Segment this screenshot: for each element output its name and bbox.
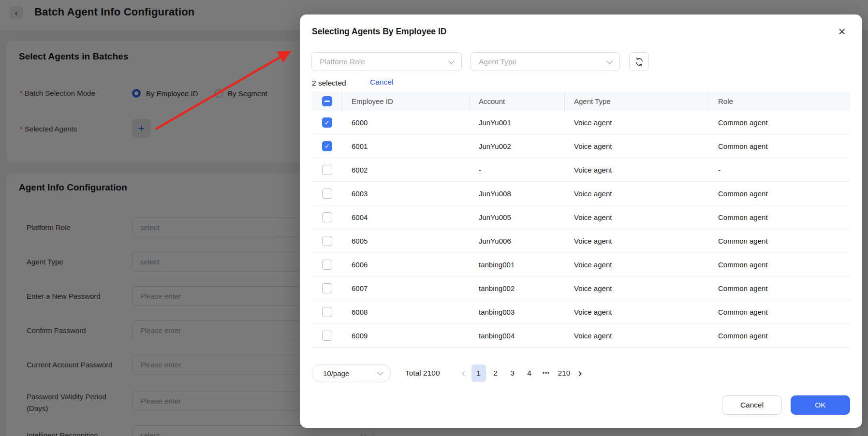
chevron-down-icon <box>448 58 455 64</box>
table-cell: Voice agent <box>565 308 708 316</box>
table-row: 6006tanbing001Voice agentCommon agent <box>312 253 850 276</box>
agents-table: Employee ID Account Agent Type Role ✓600… <box>312 92 850 348</box>
select-all-checkbox[interactable] <box>322 96 332 106</box>
table-cell: Common agent <box>708 308 850 316</box>
table-cell: Common agent <box>708 189 850 198</box>
table-cell: JunYu002 <box>470 142 565 150</box>
table-cell: JunYu008 <box>470 189 565 198</box>
row-checkbox[interactable]: ✓ <box>322 117 332 128</box>
table-cell: JunYu005 <box>470 213 565 221</box>
row-checkbox[interactable] <box>322 283 332 293</box>
row-checkbox[interactable] <box>322 212 332 222</box>
platform-role-placeholder: Platform Role <box>320 58 365 66</box>
table-cell: 6002 <box>342 166 470 174</box>
pager-next-icon[interactable]: › <box>574 364 585 382</box>
table-cell: Voice agent <box>565 332 708 340</box>
table-cell: 6005 <box>342 237 470 245</box>
table-cell: Common agent <box>708 142 850 150</box>
modal-title: Selecting Agents By Employee ID <box>312 27 446 37</box>
pager-page-4[interactable]: 4 <box>522 364 537 382</box>
close-button[interactable]: × <box>835 25 849 38</box>
table-cell: - <box>708 166 850 174</box>
row-checkbox[interactable] <box>322 331 332 341</box>
row-checkbox[interactable]: ✓ <box>322 141 332 151</box>
table-cell: Voice agent <box>565 142 708 150</box>
table-cell: tanbing004 <box>470 332 565 340</box>
indeterminate-icon <box>324 101 330 102</box>
table-cell: Common agent <box>708 284 850 292</box>
pager: ‹ 1234•••210 › <box>458 364 586 382</box>
close-icon: × <box>838 25 845 38</box>
column-header-account: Account <box>470 92 565 111</box>
refresh-icon <box>634 57 644 67</box>
pager-page-3[interactable]: 3 <box>505 364 520 382</box>
modal-ok-button[interactable]: OK <box>791 395 850 415</box>
row-checkbox[interactable] <box>322 260 332 270</box>
table-cell: 6007 <box>342 284 470 292</box>
column-header-agent-type: Agent Type <box>565 92 708 111</box>
table-cell: Voice agent <box>565 284 708 292</box>
table-cell: Voice agent <box>565 166 708 174</box>
table-cell: Voice agent <box>565 261 708 269</box>
table-cell: 6008 <box>342 308 470 316</box>
selection-summary: 2 selected <box>312 78 346 88</box>
table-cell: JunYu006 <box>470 237 565 245</box>
pager-page-210[interactable]: 210 <box>556 364 573 382</box>
row-checkbox[interactable] <box>322 189 332 199</box>
agent-table-body: ✓6000JunYu001Voice agentCommon agent✓600… <box>312 111 850 347</box>
table-cell: 6009 <box>342 332 470 340</box>
check-icon: ✓ <box>324 143 330 149</box>
page-size-select[interactable]: 10/page <box>312 364 391 382</box>
row-checkbox[interactable] <box>322 236 332 246</box>
table-cell: - <box>470 166 565 174</box>
table-row: ✓6000JunYu001Voice agentCommon agent <box>312 111 850 134</box>
table-cell: 6006 <box>342 261 470 269</box>
select-agents-modal: Selecting Agents By Employee ID × Platfo… <box>300 15 862 428</box>
table-row: 6002-Voice agent- <box>312 158 850 182</box>
check-icon: ✓ <box>324 119 330 126</box>
table-row: 6005JunYu006Voice agentCommon agent <box>312 229 850 253</box>
cancel-selection-link[interactable]: Cancel <box>370 78 393 87</box>
modal-cancel-button[interactable]: Cancel <box>722 395 782 415</box>
table-row: 6008tanbing003Voice agentCommon agent <box>312 300 850 324</box>
table-cell: Common agent <box>708 237 850 245</box>
table-cell: Common agent <box>708 261 850 269</box>
table-cell: 6001 <box>342 142 470 150</box>
table-row: 6004JunYu005Voice agentCommon agent <box>312 205 850 229</box>
table-row: ✓6001JunYu002Voice agentCommon agent <box>312 134 850 158</box>
chevron-down-icon <box>606 58 613 64</box>
row-checkbox[interactable] <box>322 165 332 175</box>
table-cell: tanbing001 <box>470 261 565 269</box>
table-cell: tanbing002 <box>470 284 565 292</box>
app-root: ‹ Batch Agent Info Configuration Select … <box>0 0 868 436</box>
table-cell: Voice agent <box>565 237 708 245</box>
table-cell: 6003 <box>342 189 470 198</box>
table-cell: Common agent <box>708 118 850 127</box>
platform-role-select[interactable]: Platform Role <box>311 52 462 71</box>
column-header-employee-id: Employee ID <box>342 92 470 111</box>
table-row: 6003JunYu008Voice agentCommon agent <box>312 182 850 205</box>
table-cell: 6000 <box>342 118 470 127</box>
total-count: Total 2100 <box>405 369 440 378</box>
pager-page-1[interactable]: 1 <box>471 364 486 382</box>
table-row: 6007tanbing002Voice agentCommon agent <box>312 276 850 300</box>
pager-page-2[interactable]: 2 <box>488 364 503 382</box>
selected-count: 2 selected <box>312 79 346 87</box>
row-checkbox[interactable] <box>322 307 332 317</box>
table-cell: Voice agent <box>565 213 708 221</box>
table-cell: 6004 <box>342 213 470 221</box>
table-row: 6009tanbing004Voice agentCommon agent <box>312 324 850 347</box>
column-header-role: Role <box>708 92 850 111</box>
refresh-button[interactable] <box>629 52 649 71</box>
table-cell: tanbing003 <box>470 308 565 316</box>
agent-type-select[interactable]: Agent Type <box>471 52 620 71</box>
pagination-bar: 10/page Total 2100 ‹ 1234•••210 › <box>312 363 585 383</box>
pager-prev-icon[interactable]: ‹ <box>458 364 469 382</box>
page-size-value: 10/page <box>323 369 349 378</box>
agent-type-placeholder: Agent Type <box>479 58 516 66</box>
pager-pages: 1234•••210 <box>471 364 573 382</box>
table-cell: Voice agent <box>565 118 708 127</box>
table-cell: Common agent <box>708 332 850 340</box>
table-header: Employee ID Account Agent Type Role <box>312 92 850 111</box>
table-cell: Voice agent <box>565 189 708 198</box>
